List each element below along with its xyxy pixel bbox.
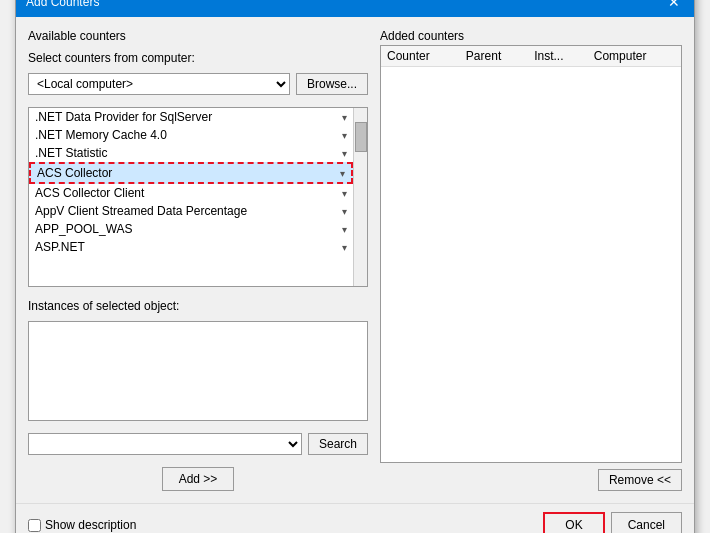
computer-select-row: <Local computer> Browse...	[28, 73, 368, 95]
counter-item-name: AppV Client Streamed Data Percentage	[35, 204, 247, 218]
select-from-label: Select counters from computer:	[28, 51, 368, 65]
show-description-checkbox[interactable]	[28, 519, 41, 532]
chevron-down-icon: ▾	[342, 148, 347, 159]
counters-list-container: .NET Data Provider for SqlServer▾.NET Me…	[28, 107, 368, 287]
counter-item[interactable]: .NET Memory Cache 4.0▾	[29, 126, 353, 144]
counter-item-name: ACS Collector	[37, 166, 112, 180]
add-button[interactable]: Add >>	[162, 467, 235, 491]
footer-left: Show description	[28, 518, 535, 532]
remove-row: Remove <<	[380, 469, 682, 491]
counter-item-name: .NET Memory Cache 4.0	[35, 128, 167, 142]
counter-item[interactable]: ACS Collector▾	[29, 162, 353, 184]
table-column-header: Parent	[460, 46, 528, 67]
chevron-down-icon: ▾	[342, 112, 347, 123]
chevron-down-icon: ▾	[342, 224, 347, 235]
counter-item[interactable]: .NET Data Provider for SqlServer▾	[29, 108, 353, 126]
remove-button[interactable]: Remove <<	[598, 469, 682, 491]
footer-right: OK Cancel	[543, 512, 682, 533]
chevron-down-icon: ▾	[342, 188, 347, 199]
left-panel: Available counters Select counters from …	[28, 29, 368, 491]
dialog-footer: Show description OK Cancel	[16, 503, 694, 533]
title-bar: Add Counters ✕	[16, 0, 694, 17]
search-select[interactable]	[28, 433, 302, 455]
table-column-header: Computer	[588, 46, 681, 67]
added-counters-table: CounterParentInst...Computer	[381, 46, 681, 67]
chevron-down-icon: ▾	[340, 168, 345, 179]
browse-button[interactable]: Browse...	[296, 73, 368, 95]
dialog-body: Available counters Select counters from …	[16, 17, 694, 503]
counter-item[interactable]: AppV Client Streamed Data Percentage▾	[29, 202, 353, 220]
chevron-down-icon: ▾	[342, 206, 347, 217]
counters-list: .NET Data Provider for SqlServer▾.NET Me…	[29, 108, 353, 286]
dialog-title: Add Counters	[26, 0, 99, 9]
counter-item-name: ACS Collector Client	[35, 186, 144, 200]
counter-item-name: ASP.NET	[35, 240, 85, 254]
added-counters-box: CounterParentInst...Computer	[380, 45, 682, 463]
computer-select-wrapper: <Local computer>	[28, 73, 290, 95]
add-row: Add >>	[28, 467, 368, 491]
available-counters-label: Available counters	[28, 29, 368, 43]
cancel-button[interactable]: Cancel	[611, 512, 682, 533]
search-button[interactable]: Search	[308, 433, 368, 455]
added-counters-label: Added counters	[380, 29, 682, 43]
search-row: Search	[28, 433, 368, 455]
table-header-row: CounterParentInst...Computer	[381, 46, 681, 67]
counter-item[interactable]: ASP.NET▾	[29, 238, 353, 256]
table-column-header: Inst...	[528, 46, 588, 67]
counter-item[interactable]: .NET Statistic▾	[29, 144, 353, 162]
chevron-down-icon: ▾	[342, 242, 347, 253]
show-description-label[interactable]: Show description	[28, 518, 136, 532]
counter-item-name: .NET Statistic	[35, 146, 107, 160]
instances-box	[28, 321, 368, 421]
right-panel: Added counters CounterParentInst...Compu…	[380, 29, 682, 491]
table-column-header: Counter	[381, 46, 460, 67]
search-input-wrapper	[28, 433, 302, 455]
close-button[interactable]: ✕	[664, 0, 684, 12]
chevron-down-icon: ▾	[342, 130, 347, 141]
ok-button[interactable]: OK	[543, 512, 604, 533]
counter-item-name: APP_POOL_WAS	[35, 222, 133, 236]
scrollbar-thumb	[355, 122, 367, 152]
counter-item[interactable]: ACS Collector Client▾	[29, 184, 353, 202]
instances-label: Instances of selected object:	[28, 299, 368, 313]
show-description-text: Show description	[45, 518, 136, 532]
counters-scrollbar[interactable]	[353, 108, 367, 286]
add-counters-dialog: Add Counters ✕ Available counters Select…	[15, 0, 695, 533]
computer-select[interactable]: <Local computer>	[28, 73, 290, 95]
counter-item[interactable]: APP_POOL_WAS▾	[29, 220, 353, 238]
counter-item-name: .NET Data Provider for SqlServer	[35, 110, 212, 124]
